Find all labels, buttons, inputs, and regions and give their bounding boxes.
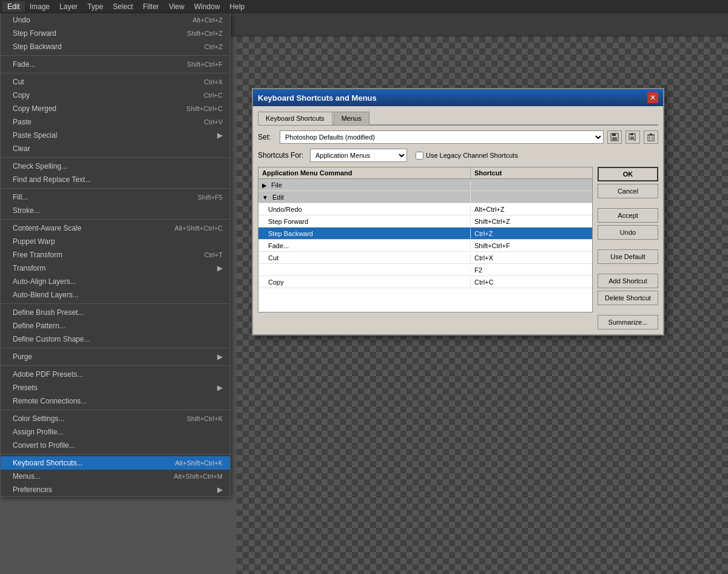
dialog-titlebar: Keyboard Shortcuts and Menus ✕ xyxy=(253,89,663,106)
menu-item-copy[interactable]: Copy Ctrl+C xyxy=(1,89,230,102)
menu-item-fill[interactable]: Fill... Shift+F5 xyxy=(1,191,230,204)
save-set-button[interactable] xyxy=(607,130,622,144)
col-command-header: Application Menu Command xyxy=(258,167,471,178)
menu-item-paste[interactable]: Paste Ctrl+V xyxy=(1,115,230,129)
dialog-buttons: OK Cancel Accept Undo Use Default Add Sh… xyxy=(598,167,658,329)
accept-button[interactable]: Accept xyxy=(598,208,658,223)
menu-item-assign-profile[interactable]: Assign Profile... xyxy=(1,425,230,439)
ok-button[interactable]: OK xyxy=(598,167,658,181)
menu-item-menus[interactable]: Menus... Alt+Shift+Ctrl+M xyxy=(1,470,230,483)
menu-bar-help[interactable]: Help xyxy=(225,1,250,12)
table-row-edit[interactable]: ▼ Edit xyxy=(258,191,592,203)
table-row-step-backward[interactable]: Step Backward Ctrl+Z xyxy=(258,228,592,240)
table-header: Application Menu Command Shortcut xyxy=(258,167,592,179)
use-default-button[interactable]: Use Default xyxy=(598,249,658,264)
menu-item-auto-align[interactable]: Auto-Align Layers... xyxy=(1,275,230,288)
menu-item-free-transform[interactable]: Free Transform Ctrl+T xyxy=(1,248,230,262)
edit-dropdown-menu: Undo Alt+Ctrl+Z Step Forward Shift+Ctrl+… xyxy=(0,13,231,497)
menu-item-remote-connections[interactable]: Remote Connections... xyxy=(1,394,230,408)
menu-item-define-brush[interactable]: Define Brush Preset... xyxy=(1,306,230,319)
menu-item-keyboard-shortcuts[interactable]: Keyboard Shortcuts... Alt+Shift+Ctrl+K xyxy=(1,456,230,470)
undo-button[interactable]: Undo xyxy=(598,225,658,240)
menu-bar-select[interactable]: Select xyxy=(108,1,138,12)
spacer-1 xyxy=(598,201,658,206)
table-row-step-forward[interactable]: Step Forward Shift+Ctrl+Z xyxy=(258,215,592,228)
menu-item-define-shape[interactable]: Define Custom Shape... xyxy=(1,333,230,346)
keyboard-shortcuts-dialog: Keyboard Shortcuts and Menus ✕ Keyboard … xyxy=(252,88,664,336)
delete-set-button[interactable] xyxy=(644,130,658,144)
table-row-fade[interactable]: Fade... Shift+Ctrl+F xyxy=(258,240,592,252)
menu-item-fade[interactable]: Fade... Shift+Ctrl+F xyxy=(1,58,230,71)
menu-item-define-pattern[interactable]: Define Pattern... xyxy=(1,319,230,333)
tab-bar: Keyboard Shortcuts Menus xyxy=(258,111,658,126)
separator-9 xyxy=(1,410,230,410)
separator-7 xyxy=(1,348,230,348)
spacer-4 xyxy=(598,308,658,312)
svg-rect-7 xyxy=(648,135,654,141)
shortcuts-for-select[interactable]: Application Menus xyxy=(310,149,407,162)
menu-item-pdf-presets[interactable]: Adobe PDF Presets... xyxy=(1,368,230,381)
separator-5 xyxy=(1,219,230,220)
tab-keyboard-shortcuts[interactable]: Keyboard Shortcuts xyxy=(258,112,332,125)
svg-rect-1 xyxy=(612,133,616,136)
table-row-undo-redo[interactable]: Undo/Redo Alt+Ctrl+Z xyxy=(258,203,592,215)
menu-item-stroke[interactable]: Stroke... xyxy=(1,204,230,217)
dialog-title: Keyboard Shortcuts and Menus xyxy=(258,93,377,103)
shortcut-table[interactable]: Application Menu Command Shortcut ▶ File… xyxy=(258,167,593,312)
set-label: Set: xyxy=(258,133,276,141)
menu-item-step-backward[interactable]: Step Backward Ctrl+Z xyxy=(1,40,230,53)
tab-menus[interactable]: Menus xyxy=(334,112,369,125)
menu-item-purge[interactable]: Purge ▶ xyxy=(1,350,230,363)
separator-1 xyxy=(1,55,230,56)
svg-rect-4 xyxy=(630,133,633,135)
legacy-checkbox[interactable] xyxy=(416,152,423,160)
menu-bar-image[interactable]: Image xyxy=(25,1,55,12)
menu-item-copy-merged[interactable]: Copy Merged Shift+Ctrl+C xyxy=(1,102,230,115)
svg-rect-9 xyxy=(650,133,652,135)
menu-bar: Edit Image Layer Type Select Filter View… xyxy=(0,0,728,13)
menu-bar-filter[interactable]: Filter xyxy=(138,1,164,12)
menu-item-presets[interactable]: Presets ▶ xyxy=(1,381,230,394)
menu-item-check-spelling[interactable]: Check Spelling... xyxy=(1,160,230,173)
add-shortcut-button[interactable]: Add Shortcut xyxy=(598,274,658,288)
cancel-button[interactable]: Cancel xyxy=(598,184,658,198)
separator-8 xyxy=(1,365,230,366)
menu-bar-layer[interactable]: Layer xyxy=(55,1,83,12)
separator-2 xyxy=(1,73,230,73)
set-select[interactable]: Photoshop Defaults (modified) xyxy=(280,130,604,144)
menu-item-paste-special[interactable]: Paste Special ▶ xyxy=(1,129,230,142)
menu-item-puppet-warp[interactable]: Puppet Warp xyxy=(1,235,230,248)
menu-item-step-forward[interactable]: Step Forward Shift+Ctrl+Z xyxy=(1,27,230,40)
col-shortcut-header: Shortcut xyxy=(471,167,592,178)
menu-item-find-replace[interactable]: Find and Replace Text... xyxy=(1,173,230,186)
summarize-button[interactable]: Summarize... xyxy=(598,315,658,329)
table-row-cut[interactable]: Cut Ctrl+X xyxy=(258,252,592,264)
menu-item-preferences[interactable]: Preferences ▶ xyxy=(1,483,230,496)
menu-bar-view[interactable]: View xyxy=(164,1,189,12)
svg-text:+: + xyxy=(634,138,636,141)
spacer-2 xyxy=(598,242,658,247)
menu-item-auto-blend[interactable]: Auto-Blend Layers... xyxy=(1,288,230,302)
dialog-close-button[interactable]: ✕ xyxy=(647,92,658,103)
menu-bar-edit[interactable]: Edit xyxy=(2,1,25,12)
shortcuts-for-row: Shortcuts For: Application Menus Use Leg… xyxy=(258,149,658,162)
menu-item-color-settings[interactable]: Color Settings... Shift+Ctrl+K xyxy=(1,412,230,425)
table-row-copy[interactable]: Copy Ctrl+C xyxy=(258,276,592,288)
legacy-checkbox-label[interactable]: Use Legacy Channel Shortcuts xyxy=(416,152,518,160)
menu-item-undo[interactable]: Undo Alt+Ctrl+Z xyxy=(1,13,230,27)
separator-4 xyxy=(1,188,230,189)
menu-item-transform[interactable]: Transform ▶ xyxy=(1,262,230,275)
menu-item-content-aware-scale[interactable]: Content-Aware Scale Alt+Shift+Ctrl+C xyxy=(1,221,230,235)
menu-bar-window[interactable]: Window xyxy=(189,1,225,12)
svg-rect-2 xyxy=(612,137,617,140)
save-set-as-button[interactable]: + xyxy=(625,130,640,144)
menu-item-clear[interactable]: Clear xyxy=(1,142,230,155)
menu-item-convert-profile[interactable]: Convert to Profile... xyxy=(1,439,230,452)
delete-shortcut-button[interactable]: Delete Shortcut xyxy=(598,291,658,305)
menu-item-cut[interactable]: Cut Ctrl+X xyxy=(1,75,230,89)
table-row-f2[interactable]: F2 xyxy=(258,264,592,276)
table-row-file[interactable]: ▶ File xyxy=(258,179,592,191)
arrow-edit: ▼ xyxy=(262,194,268,201)
dialog-main: Application Menu Command Shortcut ▶ File… xyxy=(258,167,658,329)
menu-bar-type[interactable]: Type xyxy=(83,1,108,12)
